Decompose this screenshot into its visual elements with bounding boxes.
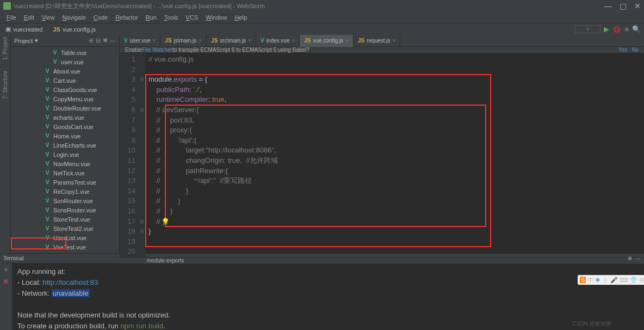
- collapse-icon[interactable]: ⊕: [89, 37, 94, 44]
- tree-item[interactable]: VApp.vue: [11, 252, 119, 253]
- file-tree[interactable]: VTable.vueVuser.vueVAbout.vueVCart.vueVC…: [11, 47, 119, 253]
- close-tab-icon[interactable]: ×: [345, 38, 349, 44]
- tree-item[interactable]: VLineEcharts.vue: [11, 140, 119, 150]
- fold-gutter[interactable]: ⊟⊟⊟⊟: [139, 53, 145, 257]
- menu-edit[interactable]: Edit: [21, 13, 38, 22]
- editor: Vuser.vue×JSjs\main.js×JSsrc\main.js×Vin…: [120, 35, 644, 253]
- file-icon: V: [44, 244, 51, 250]
- tree-item[interactable]: VStoreTest.vue: [11, 215, 119, 224]
- menu-file[interactable]: File: [3, 13, 20, 22]
- settings-icon[interactable]: ✱: [103, 37, 108, 44]
- ime-toolbar[interactable]: S 中❖ ☺🎤⌨👕⚙: [578, 275, 644, 285]
- editor-tabs: Vuser.vue×JSjs\main.js×JSsrc\main.js×Vin…: [120, 35, 644, 47]
- tree-item[interactable]: VTable.vue: [11, 48, 119, 57]
- tree-item[interactable]: VClassGoods.vue: [11, 85, 119, 94]
- breadcrumb[interactable]: ▣vuecreated: [3, 26, 45, 33]
- tree-item[interactable]: VNetTick.vue: [11, 168, 119, 178]
- menu-refactor[interactable]: Refactor: [112, 13, 141, 22]
- tree-item[interactable]: VSonRouter.vue: [11, 196, 119, 205]
- terminal[interactable]: + ✕ App running at:- Local: http://local…: [0, 263, 644, 330]
- config-dropdown[interactable]: ▾: [575, 25, 600, 33]
- line-gutter: 1234567891011121314151617181920: [120, 53, 139, 257]
- close-tab-icon[interactable]: ×: [292, 38, 295, 44]
- menu-vcs[interactable]: VCS: [183, 13, 202, 22]
- minimize-icon[interactable]: —: [604, 2, 612, 10]
- menu-navigate[interactable]: Navigate: [59, 13, 89, 22]
- close-tab-icon[interactable]: ×: [248, 38, 251, 44]
- titlebar: vuecreated [D:\研究生文件夹\VueDemo\vuecreated…: [0, 0, 644, 12]
- stop-icon[interactable]: ■: [624, 25, 629, 33]
- file-icon: V: [44, 105, 51, 112]
- editor-tab[interactable]: Vindex.vue×: [256, 35, 300, 47]
- intention-bulb-icon[interactable]: 💡: [162, 217, 170, 227]
- close-tab-icon[interactable]: ×: [393, 38, 396, 44]
- tree-item[interactable]: VGoodsCart.vue: [11, 122, 119, 131]
- tab-structure[interactable]: 7: Structure: [2, 71, 8, 99]
- file-icon: V: [44, 170, 51, 176]
- tree-item[interactable]: VCart.vue: [11, 76, 119, 85]
- file-watcher-link[interactable]: File Watcher: [142, 47, 172, 53]
- app-icon: [3, 2, 11, 10]
- hint-yes[interactable]: Yes: [618, 47, 627, 53]
- tree-item[interactable]: VReCopy1.vue: [11, 187, 119, 196]
- file-icon: V: [44, 114, 51, 121]
- editor-tab[interactable]: JSsrc\main.js×: [207, 35, 256, 47]
- close-icon[interactable]: ✕: [634, 2, 641, 10]
- menu-code[interactable]: Code: [90, 13, 111, 22]
- tree-item[interactable]: VSonsRouter.vue: [11, 205, 119, 215]
- file-icon: V: [51, 59, 59, 65]
- tree-item[interactable]: VLogin.vue: [11, 150, 119, 159]
- editor-tab[interactable]: JSvue.config.js×: [300, 35, 354, 47]
- breadcrumb[interactable]: JSvue.config.js: [51, 26, 98, 33]
- left-toolwindow-bar: 1: Project 7: Structure: [0, 35, 11, 253]
- file-icon: V: [51, 50, 59, 56]
- file-icon: V: [44, 235, 51, 241]
- tree-item[interactable]: VHome.vue: [11, 131, 119, 140]
- file-icon: V: [44, 161, 51, 167]
- file-icon: V: [44, 142, 51, 149]
- hide-icon[interactable]: —: [110, 37, 116, 44]
- watermark: CSDN @紫米粥: [573, 320, 611, 328]
- debug-icon[interactable]: 🐞: [612, 25, 621, 33]
- search-icon[interactable]: 🔍: [632, 25, 641, 33]
- tree-item[interactable]: VDoubleRouter.vue: [11, 103, 119, 113]
- editor-tab[interactable]: JSrequest.js×: [354, 35, 400, 47]
- hint-bar: Enable File Watcher to transpile ECMAScr…: [120, 47, 644, 53]
- tree-item[interactable]: VUserList.vue: [11, 233, 119, 242]
- menu-tools[interactable]: Tools: [161, 13, 182, 22]
- close-tab-icon[interactable]: ×: [199, 38, 202, 44]
- maximize-icon[interactable]: ▢: [620, 2, 627, 10]
- file-icon: V: [44, 207, 51, 213]
- new-session-icon[interactable]: +: [4, 265, 8, 274]
- tree-item[interactable]: VVxeTest.vue: [11, 242, 119, 252]
- project-title: Project: [14, 38, 33, 44]
- editor-tab[interactable]: JSjs\main.js×: [160, 35, 207, 47]
- hint-no[interactable]: No: [631, 47, 639, 53]
- tree-item[interactable]: Vuser.vue: [11, 57, 119, 66]
- tree-item[interactable]: VCopyMenu.vue: [11, 94, 119, 103]
- file-icon: V: [44, 68, 51, 75]
- file-icon: V: [44, 225, 51, 232]
- select-icon[interactable]: ⊟: [96, 37, 101, 44]
- breadcrumb-bar: ▣vuecreated 〉 JSvue.config.js ▾ ▶ 🐞 ■ 🔍: [0, 23, 644, 35]
- menu-view[interactable]: View: [39, 13, 58, 22]
- window-title: vuecreated [D:\研究生文件夹\VueDemo\vuecreated…: [14, 2, 265, 10]
- menu-run[interactable]: Run: [143, 13, 160, 22]
- tree-item[interactable]: VParamsTest.vue: [11, 178, 119, 187]
- tab-project[interactable]: 1: Project: [2, 37, 8, 60]
- tree-item[interactable]: Vecharts.vue: [11, 113, 119, 122]
- menu-help[interactable]: Help: [231, 13, 250, 22]
- tree-item[interactable]: VNavMenu.vue: [11, 159, 119, 168]
- file-icon: V: [44, 188, 51, 195]
- run-icon[interactable]: ▶: [604, 25, 609, 33]
- code-area[interactable]: 1234567891011121314151617181920 ⊟⊟⊟⊟ 💡 /…: [120, 53, 644, 257]
- file-icon: V: [36, 253, 44, 254]
- tree-item[interactable]: VStoreTest2.vue: [11, 224, 119, 233]
- editor-tab[interactable]: Vuser.vue×: [120, 35, 160, 47]
- tree-item[interactable]: VAbout.vue: [11, 66, 119, 76]
- close-tab-icon[interactable]: ×: [152, 38, 156, 44]
- menu-window[interactable]: Window: [202, 13, 230, 22]
- file-icon: V: [44, 87, 51, 93]
- file-icon: V: [44, 216, 51, 223]
- close-session-icon[interactable]: ✕: [3, 277, 9, 286]
